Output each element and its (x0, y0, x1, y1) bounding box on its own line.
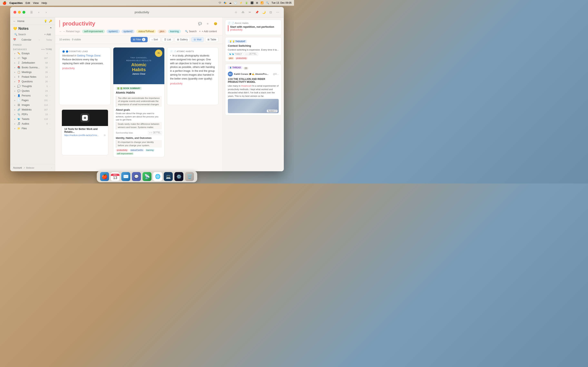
sidebar-item-tags[interactable]: ▶ 🏷 Tags 167 ··· (11, 56, 54, 60)
forward-btn[interactable]: › (43, 9, 49, 15)
cognitive-load-card[interactable]: 🔵 🔵 Cognitive load Mentioned in Getting … (59, 47, 111, 105)
back-btn[interactable]: ‹ (36, 9, 42, 15)
db-menu-9[interactable]: ··· (49, 94, 51, 97)
sort-btn[interactable]: ↕ Sort (149, 37, 160, 42)
minimize-button[interactable] (18, 11, 21, 14)
panel-item-1[interactable]: 📄 📄 Atomic Habits Start with repetition,… (225, 20, 281, 35)
add-type-btn[interactable]: + + Type (42, 48, 52, 50)
weblink-card[interactable]: ⊞ 14 Tools for Better Work and Relatio..… (62, 109, 108, 155)
sidebar-item-audios[interactable]: ▶ 🎵 Audios 0 ··· (11, 122, 54, 126)
tag-pkm[interactable]: pkm (158, 30, 166, 33)
tag-self-improvement[interactable]: self-improvement (82, 30, 105, 33)
productivity-tag-2[interactable]: productivity (170, 82, 215, 85)
maximize-button[interactable] (22, 11, 25, 14)
db-menu-10[interactable]: ··· (49, 99, 51, 101)
menu-edit[interactable]: Edit (26, 1, 30, 4)
db-menu-4[interactable]: ··· (49, 71, 51, 73)
account-btn[interactable]: Account (13, 166, 22, 169)
panel-item-2[interactable]: 💡 💡 THOUGHT Context Switching Context sw… (225, 37, 281, 62)
comment-btn[interactable]: 💬 (197, 21, 203, 27)
sidebar-search-btn[interactable]: 🔍 Search (13, 33, 27, 36)
sidebar-item-meetings[interactable]: ▶ 📋 Meetings 26 ··· (11, 70, 54, 75)
list-view-tab[interactable]: ☰ List (162, 37, 173, 42)
believer-badge[interactable]: ✓ Believer (24, 167, 34, 169)
db-menu-0[interactable]: ··· (49, 52, 51, 55)
filter-btn[interactable]: ⊞ Filter 1 (131, 37, 148, 42)
tag-pkm[interactable]: pkm (228, 57, 234, 59)
db-menu-8[interactable]: ··· (49, 90, 51, 92)
sidebar-item-quotes[interactable]: ▶ 💬 Quotes 24 ··· (11, 89, 54, 93)
sidebar-item-pdfs[interactable]: ▶ 📎 PDFs 19 ··· (11, 112, 54, 117)
app-name[interactable]: Capacities (9, 1, 23, 4)
action-btn-1[interactable]: ⊹ (233, 9, 239, 15)
db-menu-6[interactable]: ··· (49, 80, 51, 83)
book-tag-self-improvement[interactable]: self-improvement (116, 152, 134, 155)
gallery-view-tab[interactable]: ⊞ Gallery (175, 37, 190, 42)
db-menu-13[interactable]: ··· (49, 113, 51, 116)
menu-search-icon[interactable]: 🔍 (266, 1, 269, 4)
dock-finder[interactable]: 🍎 (100, 172, 109, 181)
sidebar-item-persons[interactable]: ▶ 👤 Persons 42 ··· (11, 93, 54, 98)
panel-item-3[interactable]: 🧵 THREAD 26 KC Kahlil Corazo 🎓✍ AtomicPr… (225, 64, 281, 115)
sidebar-item-thoughts[interactable]: ▶ 💭 Thoughts 5 ··· (11, 84, 54, 89)
add-content-btn[interactable]: 🔍 Search + + Add content (183, 29, 218, 33)
pin-btn[interactable]: 📌 (254, 9, 260, 15)
action-btn-2[interactable]: ⁂ (240, 9, 246, 15)
atomic-habits-book-card[interactable]: Tiny Changes, Remarkable Results AtomicH… (113, 47, 164, 157)
sidebar-calendar-row[interactable]: 📅 Calendar → Today (10, 37, 55, 42)
book-tag-cando[interactable]: status/CanDo (130, 149, 144, 151)
sidebar-item-questions[interactable]: ▶ ❓ Questions 26 ··· (11, 79, 54, 84)
tag-productivity[interactable]: productivity (235, 57, 248, 59)
db-menu-15[interactable]: ··· (49, 123, 51, 125)
list-view-btn[interactable]: ≡ (205, 21, 211, 27)
gtd-link[interactable]: Getting Things Done (77, 54, 100, 57)
db-menu-12[interactable]: ··· (49, 108, 51, 111)
tag-learning[interactable]: learning (168, 30, 181, 33)
apple-menu[interactable]: 🍎 (2, 1, 7, 5)
dock-calendar[interactable]: DEC 13 (111, 172, 120, 181)
action-btn-3[interactable]: ✂ (247, 9, 253, 15)
db-menu-3[interactable]: ··· (49, 66, 51, 69)
sidebar-toggle-btn[interactable]: ☰ (29, 9, 34, 15)
sidebar-add-btn[interactable]: + Add (43, 33, 52, 36)
dock-chrome[interactable]: 🌐 (153, 172, 162, 181)
dark-mode-btn[interactable]: 🌙 (261, 9, 267, 15)
db-menu-7[interactable]: ··· (49, 85, 51, 87)
sidebar-item-pages[interactable]: ▶ 📄 Pages 191 ··· (11, 98, 54, 103)
dock-things[interactable]: ⚙️ (174, 172, 183, 181)
layout-btn[interactable]: ⊡ (268, 9, 274, 15)
dock-mail[interactable]: ✉️ (121, 172, 130, 181)
menu-view[interactable]: View (33, 1, 39, 4)
sidebar-item-tweets[interactable]: ▶ 🐦 Tweets 118 ··· (11, 117, 54, 121)
db-menu-14[interactable]: ··· (49, 118, 51, 120)
sidebar-item-weblinks[interactable]: ▶ 🔗 Weblinks 167 ··· (11, 108, 54, 112)
tag-system1[interactable]: system1 (107, 30, 120, 33)
tag-status-toread[interactable]: status/ToRead (136, 30, 156, 33)
sidebar-top-icon2[interactable]: 🔑 (49, 20, 52, 23)
db-menu-11[interactable]: ··· (49, 104, 51, 106)
more-btn[interactable]: ⋯ (275, 9, 281, 15)
db-menu-5[interactable]: ··· (49, 76, 51, 78)
roamcult-link[interactable]: #roamcult (241, 85, 251, 87)
panel-quote-tag[interactable]: productivity (230, 28, 279, 31)
db-menu-2[interactable]: ··· (49, 62, 51, 64)
sidebar-item-essays[interactable]: ▶ ✏️ Essays 4 ··· (11, 51, 54, 56)
sidebar-item-files[interactable]: ▶ 📁 Files ··· (11, 126, 54, 131)
menu-help[interactable]: Help (42, 1, 47, 4)
dock-trash[interactable]: 🗑️ (185, 172, 194, 181)
close-button[interactable] (13, 11, 16, 14)
sidebar-top-icon1[interactable]: 💡 (44, 20, 47, 23)
wall-view-tab[interactable]: ⊟ Wall (191, 37, 204, 42)
atomic-habits-note-card[interactable]: 📄 📄 Atomic Habits • In a study, photogra… (167, 47, 218, 105)
table-view-tab[interactable]: ⊞ Table (205, 37, 218, 42)
dock-facetime[interactable]: 📡 (143, 172, 151, 181)
tag-system2[interactable]: system2 (121, 30, 135, 33)
weblink-copy-btn[interactable]: ⧉ (104, 134, 105, 137)
db-menu-16[interactable]: ··· (49, 127, 51, 130)
db-menu-1[interactable]: ··· (49, 57, 51, 59)
productivity-tag-1[interactable]: productivity (62, 67, 108, 70)
book-tag-learning[interactable]: learning (145, 149, 155, 151)
book-tag-productivity[interactable]: productivity (116, 149, 129, 151)
sidebar-item-podast-notes[interactable]: ▶ 🎙 Podast Notes 14 ··· (11, 75, 54, 79)
sidebar-item-images[interactable]: ▶ 🖼 Images 114 ··· (11, 103, 54, 107)
